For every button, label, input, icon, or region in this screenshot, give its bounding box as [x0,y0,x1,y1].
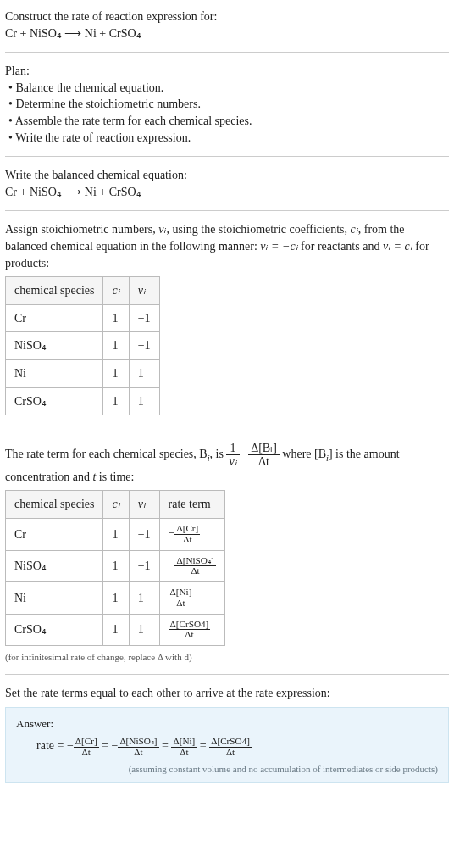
text: , is [210,448,227,460]
frac-den: Δt [174,535,200,545]
table-row: CrSO₄ 1 1 [6,387,160,415]
col-species: chemical species [6,491,103,519]
sign: − [169,527,175,540]
rate-word: rate = − [36,740,74,753]
cell-ci: 1 [103,387,129,415]
final-intro: Set the rate terms equal to each other t… [5,685,449,702]
rate-frac: Δ[CrSO4]Δt [169,620,211,641]
frac-den: Δt [174,566,215,576]
frac-den: Δt [118,748,158,758]
cell-rate: −Δ[NiSO₄]Δt [159,550,224,582]
rate-term-section: The rate term for each chemical species,… [5,438,449,667]
rate-term-table: chemical species cᵢ νᵢ rate term Cr 1 −1… [5,490,225,646]
frac-den: Δt [169,598,194,609]
cell-nui: 1 [129,387,159,415]
frac-den: Δt [169,630,211,640]
frac-den: νᵢ [226,455,239,468]
cell-species: CrSO₄ [6,387,103,415]
cell-species: Ni [6,359,103,387]
col-ci: cᵢ [103,491,129,519]
rule-reactants: νᵢ = −cᵢ [260,240,297,253]
table-row: Cr 1 −1 [6,304,160,332]
divider [5,156,449,157]
cell-nui: −1 [129,550,159,582]
cell-species: Cr [6,304,103,332]
cell-ci: 1 [103,304,129,332]
text: for reactants and [298,240,383,253]
rate-term-description: The rate term for each chemical species,… [5,442,449,485]
cell-nui: −1 [129,332,159,360]
cell-ci: 1 [103,550,129,582]
frac-den: Δt [209,748,252,758]
plan-item: • Determine the stoichiometric numbers. [5,96,449,113]
c-i: cᵢ [351,223,358,236]
ci-header: cᵢ [112,498,119,510]
answer-note: (assuming constant volume and no accumul… [16,763,438,776]
table-row: Cr 1 −1 −Δ[Cr]Δt [6,519,225,551]
cell-ci: 1 [103,582,129,615]
text: where [B [282,448,326,460]
text: , using the stoichiometric coefficients, [166,223,350,236]
cell-rate: −Δ[Cr]Δt [159,519,224,551]
cell-species: Cr [6,519,103,551]
cell-nui: −1 [129,304,159,332]
balanced-section: Write the balanced chemical equation: Cr… [5,164,449,203]
balanced-title: Write the balanced chemical equation: [5,167,449,184]
frac-num: Δ[Bᵢ] [248,442,280,455]
frac-den: Δt [248,455,280,468]
table-header-row: chemical species cᵢ νᵢ [6,277,160,305]
cell-ci: 1 [103,359,129,387]
equals: = [159,740,172,753]
sign: − [169,559,175,571]
cell-nui: 1 [129,614,159,646]
cell-nui: 1 [129,582,159,615]
nui-header: νᵢ [138,498,146,510]
col-species: chemical species [6,277,103,305]
col-nui: νᵢ [129,491,159,519]
cell-species: NiSO₄ [6,550,103,582]
col-ci: cᵢ [103,277,129,305]
rate-frac: Δ[Ni]Δt [169,587,194,609]
stoich-description: Assign stoichiometric numbers, νᵢ, using… [5,221,449,271]
frac-delta-b: Δ[Bᵢ] Δt [248,442,280,469]
stoich-table: chemical species cᵢ νᵢ Cr 1 −1 NiSO₄ 1 −… [5,276,160,415]
text: Assign stoichiometric numbers, [5,223,158,236]
frac-num: Δ[Ni] [169,587,194,598]
cell-rate: Δ[Ni]Δt [159,582,224,615]
rule-products: νᵢ = cᵢ [383,240,412,253]
cell-ci: 1 [103,614,129,646]
divider [5,674,449,675]
table-row: NiSO₄ 1 −1 [6,332,160,360]
cell-rate: Δ[CrSO4]Δt [159,614,224,646]
cell-ci: 1 [103,519,129,551]
construct-line: Construct the rate of reaction expressio… [5,8,449,25]
term-frac: Δ[CrSO4]Δt [209,737,252,758]
text: The rate term for each chemical species,… [5,448,208,460]
frac-num: 1 [226,442,239,455]
cell-species: CrSO₄ [6,614,103,646]
equals: = [197,740,209,753]
equals: = − [99,740,119,753]
rate-frac: Δ[Cr]Δt [174,524,200,545]
intro-section: Construct the rate of reaction expressio… [5,5,449,45]
plan-section: Plan: • Balance the chemical equation. •… [5,59,449,149]
cell-nui: −1 [129,519,159,551]
text: is time: [96,470,134,483]
frac-num: Δ[Cr] [174,524,200,535]
term-frac: Δ[Ni]Δt [171,737,197,758]
term-frac: Δ[Cr]Δt [74,737,99,758]
divider [5,431,449,431]
plan-item: • Write the rate of reaction expression. [5,130,449,147]
plan-item: • Assemble the rate term for each chemic… [5,113,449,130]
divider [5,52,449,53]
rate-expression: rate = −Δ[Cr]Δt = −Δ[NiSO₄]Δt = Δ[Ni]Δt … [16,737,438,758]
infinitesimal-note: (for infinitesimal rate of change, repla… [5,651,449,664]
ci-header: cᵢ [112,284,119,297]
frac-den: Δt [171,748,197,758]
answer-box: Answer: rate = −Δ[Cr]Δt = −Δ[NiSO₄]Δt = … [5,707,449,783]
cell-nui: 1 [129,359,159,387]
table-row: NiSO₄ 1 −1 −Δ[NiSO₄]Δt [6,550,225,582]
frac-one-over-nu: 1 νᵢ [226,442,239,469]
divider [5,210,449,211]
plan-item: • Balance the chemical equation. [5,80,449,97]
